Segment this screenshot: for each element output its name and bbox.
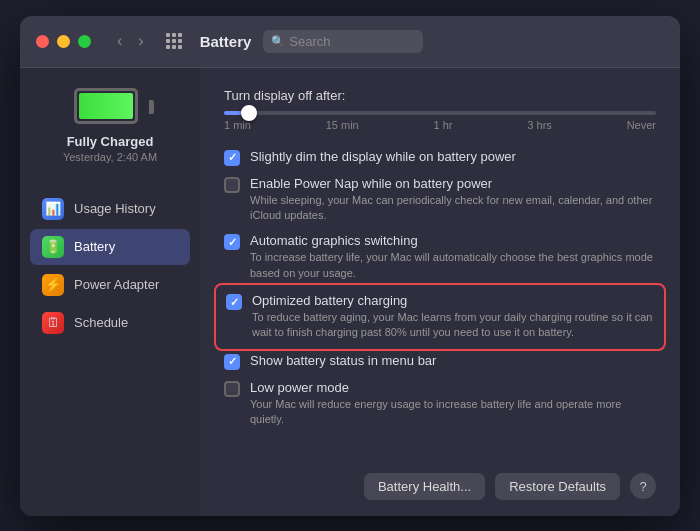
option-dim-title: Slightly dim the display while on batter… [250, 149, 516, 164]
sidebar-item-battery[interactable]: 🔋 Battery [30, 229, 190, 265]
checkbox-dim-display[interactable] [224, 150, 240, 166]
slider-mark-3hrs: 3 hrs [527, 119, 551, 131]
option-auto-graphics-title: Automatic graphics switching [250, 233, 656, 248]
checkbox-auto-graphics[interactable] [224, 234, 240, 250]
sidebar-item-label-power: Power Adapter [74, 277, 159, 292]
maximize-button[interactable] [78, 35, 91, 48]
search-input[interactable] [263, 30, 423, 53]
nav-buttons: ‹ › [111, 30, 150, 52]
option-low-power-title: Low power mode [250, 380, 656, 395]
power-adapter-icon: ⚡ [42, 274, 64, 296]
sidebar-item-label-schedule: Schedule [74, 315, 128, 330]
option-power-nap-text: Enable Power Nap while on battery power … [250, 176, 656, 224]
option-optimized-text: Optimized battery charging To reduce bat… [252, 293, 654, 341]
sidebar-item-power-adapter[interactable]: ⚡ Power Adapter [30, 267, 190, 303]
battery-fill [79, 93, 133, 119]
option-low-power-desc: Your Mac will reduce energy usage to inc… [250, 397, 656, 428]
checkbox-show-battery[interactable] [224, 354, 240, 370]
battery-icon [74, 88, 146, 126]
sidebar-item-usage-history[interactable]: 📊 Usage History [30, 191, 190, 227]
checkbox-optimized-charging[interactable] [226, 294, 242, 310]
option-optimized-charging: Optimized battery charging To reduce bat… [226, 293, 654, 341]
highlight-optimized-charging: Optimized battery charging To reduce bat… [214, 283, 666, 351]
titlebar: ‹ › Battery [20, 16, 680, 68]
apps-grid-icon[interactable] [166, 33, 182, 49]
option-show-battery: Show battery status in menu bar [224, 353, 656, 370]
battery-health-button[interactable]: Battery Health... [364, 473, 485, 500]
battery-status-display: Fully Charged Yesterday, 2:40 AM [63, 88, 157, 163]
sidebar: Fully Charged Yesterday, 2:40 AM 📊 Usage… [20, 68, 200, 516]
option-auto-graphics-desc: To increase battery life, your Mac will … [250, 250, 656, 281]
option-auto-graphics: Automatic graphics switching To increase… [224, 233, 656, 281]
options-list: Slightly dim the display while on batter… [224, 149, 656, 459]
sidebar-item-label-battery: Battery [74, 239, 115, 254]
sidebar-navigation: 📊 Usage History 🔋 Battery ⚡ Power Adapte… [20, 191, 200, 341]
traffic-lights [36, 35, 91, 48]
slider-mark-15min: 15 min [326, 119, 359, 131]
system-preferences-window: ‹ › Battery Fully Charged [20, 16, 680, 516]
forward-button[interactable]: › [132, 30, 149, 52]
main-content: Turn display off after: 1 min 15 min 1 h… [200, 68, 680, 516]
close-button[interactable] [36, 35, 49, 48]
battery-terminal [149, 100, 154, 114]
checkbox-low-power[interactable] [224, 381, 240, 397]
slider-track-wrap [224, 111, 656, 115]
battery-body [74, 88, 138, 124]
sidebar-item-label-usage: Usage History [74, 201, 156, 216]
option-power-nap-title: Enable Power Nap while on battery power [250, 176, 656, 191]
option-show-battery-text: Show battery status in menu bar [250, 353, 436, 368]
sidebar-item-schedule[interactable]: 🗓 Schedule [30, 305, 190, 341]
back-button[interactable]: ‹ [111, 30, 128, 52]
slider-track [224, 111, 656, 115]
option-power-nap-desc: While sleeping, your Mac can periodicall… [250, 193, 656, 224]
slider-thumb[interactable] [241, 105, 257, 121]
restore-defaults-button[interactable]: Restore Defaults [495, 473, 620, 500]
display-timeout-slider-section: Turn display off after: 1 min 15 min 1 h… [224, 88, 656, 131]
option-auto-graphics-text: Automatic graphics switching To increase… [250, 233, 656, 281]
battery-charge-label: Fully Charged [67, 134, 154, 149]
option-dim-display: Slightly dim the display while on batter… [224, 149, 656, 166]
slider-label: Turn display off after: [224, 88, 656, 103]
option-low-power-text: Low power mode Your Mac will reduce ener… [250, 380, 656, 428]
footer: Battery Health... Restore Defaults ? [224, 459, 656, 500]
usage-history-icon: 📊 [42, 198, 64, 220]
window-title: Battery [200, 33, 252, 50]
slider-mark-1hr: 1 hr [434, 119, 453, 131]
slider-mark-never: Never [627, 119, 656, 131]
option-power-nap: Enable Power Nap while on battery power … [224, 176, 656, 224]
help-button[interactable]: ? [630, 473, 656, 499]
slider-labels: 1 min 15 min 1 hr 3 hrs Never [224, 119, 656, 131]
option-optimized-desc: To reduce battery aging, your Mac learns… [252, 310, 654, 341]
option-optimized-title: Optimized battery charging [252, 293, 654, 308]
battery-icon-sidebar: 🔋 [42, 236, 64, 258]
body: Fully Charged Yesterday, 2:40 AM 📊 Usage… [20, 68, 680, 516]
option-dim-text: Slightly dim the display while on batter… [250, 149, 516, 164]
battery-time-label: Yesterday, 2:40 AM [63, 151, 157, 163]
checkbox-power-nap[interactable] [224, 177, 240, 193]
minimize-button[interactable] [57, 35, 70, 48]
schedule-icon: 🗓 [42, 312, 64, 334]
option-low-power: Low power mode Your Mac will reduce ener… [224, 380, 656, 428]
option-show-battery-title: Show battery status in menu bar [250, 353, 436, 368]
search-wrap [263, 30, 423, 53]
